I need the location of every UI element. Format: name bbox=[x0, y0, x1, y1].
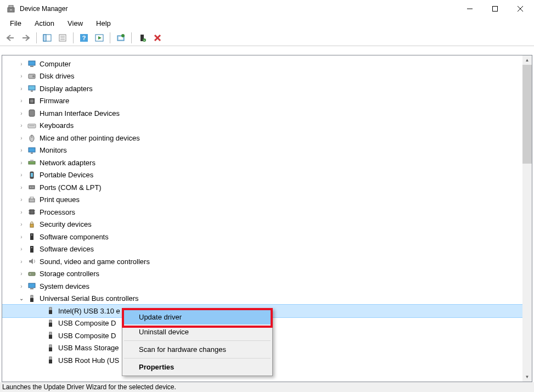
category-label: Universal Serial Bus controllers bbox=[40, 294, 139, 303]
menu-separator bbox=[124, 340, 271, 341]
svg-point-61 bbox=[30, 273, 31, 275]
svg-text:?: ? bbox=[82, 35, 86, 41]
tree-category[interactable]: ›Portable Devices bbox=[2, 169, 522, 182]
svg-rect-1 bbox=[9, 5, 13, 8]
menu-file[interactable]: File bbox=[4, 18, 27, 29]
tree-category[interactable]: ›Software components bbox=[2, 231, 522, 243]
help-button[interactable]: ? bbox=[77, 31, 91, 44]
tree-category[interactable]: ›Security devices bbox=[2, 219, 522, 231]
chevron-right-icon[interactable]: › bbox=[18, 97, 25, 105]
chevron-down-icon[interactable]: ⌄ bbox=[18, 295, 25, 303]
chevron-right-icon[interactable]: › bbox=[18, 122, 25, 130]
device-category-icon bbox=[27, 97, 36, 105]
tree-category[interactable]: ›Firmware bbox=[2, 95, 522, 108]
svg-rect-38 bbox=[29, 148, 35, 152]
tree-category[interactable]: ›Software devices bbox=[2, 243, 522, 256]
scroll-down-icon[interactable]: ▼ bbox=[522, 372, 532, 382]
chevron-right-icon[interactable]: › bbox=[18, 171, 25, 179]
tree-category[interactable]: ›System devices bbox=[2, 280, 522, 293]
svg-marker-16 bbox=[98, 36, 102, 40]
chevron-right-icon[interactable]: › bbox=[18, 134, 25, 142]
tree-category[interactable]: ›Ports (COM & LPT) bbox=[2, 181, 522, 194]
tree-category-usb[interactable]: ⌄Universal Serial Bus controllers bbox=[2, 293, 522, 305]
category-label: Software components bbox=[40, 233, 109, 241]
show-hide-tree-button[interactable] bbox=[40, 31, 54, 44]
svg-rect-60 bbox=[29, 272, 35, 276]
tree-category[interactable]: ›Human Interface Devices bbox=[2, 107, 522, 120]
category-label: Storage controllers bbox=[40, 270, 99, 278]
properties-toolbar-button[interactable] bbox=[55, 31, 70, 44]
tree-category[interactable]: ›Monitors bbox=[2, 144, 522, 157]
chevron-right-icon[interactable]: › bbox=[18, 257, 25, 265]
category-label: Mice and other pointing devices bbox=[40, 134, 140, 142]
chevron-right-icon[interactable]: › bbox=[18, 233, 25, 240]
tree-category[interactable]: ›Computer bbox=[2, 58, 522, 70]
svg-rect-62 bbox=[29, 283, 35, 288]
chevron-right-icon[interactable]: › bbox=[18, 85, 25, 92]
svg-point-45 bbox=[30, 187, 31, 188]
category-label: Disk drives bbox=[40, 72, 75, 80]
tree-category[interactable]: ›Processors bbox=[2, 206, 522, 219]
category-label: Monitors bbox=[40, 146, 67, 154]
svg-rect-43 bbox=[31, 173, 33, 177]
svg-point-2 bbox=[10, 9, 12, 10]
usb-device-icon bbox=[46, 344, 55, 352]
tree-category[interactable]: ›Mice and other pointing devices bbox=[2, 132, 522, 144]
close-button[interactable] bbox=[508, 0, 533, 18]
usb-device-icon bbox=[46, 319, 55, 328]
tree-category[interactable]: ›Network adapters bbox=[2, 156, 522, 169]
minimize-button[interactable] bbox=[457, 0, 482, 18]
menu-view[interactable]: View bbox=[62, 18, 88, 29]
context-menu-item[interactable]: Properties bbox=[123, 360, 271, 374]
action-toolbar-button[interactable] bbox=[92, 31, 106, 44]
uninstall-toolbar-button[interactable] bbox=[150, 31, 165, 44]
chevron-right-icon[interactable]: › bbox=[18, 282, 25, 290]
chevron-right-icon[interactable]: › bbox=[18, 60, 25, 68]
maximize-button[interactable] bbox=[482, 0, 508, 18]
svg-rect-8 bbox=[43, 35, 46, 41]
svg-rect-68 bbox=[49, 320, 52, 323]
chevron-right-icon[interactable]: › bbox=[18, 72, 25, 80]
chevron-right-icon[interactable]: › bbox=[18, 196, 25, 204]
svg-rect-4 bbox=[493, 7, 498, 12]
menu-help[interactable]: Help bbox=[91, 18, 116, 29]
tree-category[interactable]: ›Sound, video and game controllers bbox=[2, 255, 522, 268]
category-label: Human Interface Devices bbox=[40, 109, 120, 117]
chevron-right-icon[interactable]: › bbox=[18, 147, 25, 154]
scroll-thumb[interactable] bbox=[522, 65, 532, 164]
chevron-right-icon[interactable]: › bbox=[18, 270, 25, 278]
svg-rect-25 bbox=[29, 61, 35, 65]
scroll-up-icon[interactable]: ▲ bbox=[522, 55, 532, 65]
chevron-right-icon[interactable]: › bbox=[18, 245, 25, 253]
forward-button[interactable] bbox=[19, 31, 33, 44]
toolbar: ? + bbox=[0, 30, 534, 46]
tree-category[interactable]: ›Display adapters bbox=[2, 82, 522, 95]
device-label: USB Mass Storage bbox=[58, 344, 119, 352]
update-driver-toolbar-button[interactable] bbox=[114, 31, 128, 44]
tree-category[interactable]: ›Disk drives bbox=[2, 70, 522, 83]
context-menu-item[interactable]: Update driver bbox=[123, 310, 271, 324]
svg-rect-70 bbox=[49, 332, 52, 335]
category-label: Display adapters bbox=[40, 85, 93, 93]
vertical-scrollbar[interactable]: ▲ ▼ bbox=[522, 55, 532, 382]
menubar: File Action View Help bbox=[0, 18, 534, 30]
context-menu-item[interactable]: Uninstall device bbox=[123, 324, 271, 339]
category-label: Security devices bbox=[40, 220, 92, 228]
back-button[interactable] bbox=[3, 31, 18, 44]
chevron-right-icon[interactable]: › bbox=[18, 159, 25, 166]
chevron-right-icon[interactable]: › bbox=[18, 221, 25, 228]
svg-rect-74 bbox=[49, 357, 52, 360]
category-label: Network adapters bbox=[40, 159, 95, 167]
tree-category[interactable]: ›Print queues bbox=[2, 194, 522, 206]
svg-point-58 bbox=[31, 247, 32, 248]
chevron-right-icon[interactable]: › bbox=[18, 208, 25, 216]
scan-hardware-toolbar-button[interactable]: + bbox=[135, 31, 149, 44]
chevron-right-icon[interactable]: › bbox=[18, 183, 25, 191]
menu-action[interactable]: Action bbox=[29, 18, 60, 29]
svg-rect-26 bbox=[30, 66, 33, 67]
chevron-right-icon[interactable]: › bbox=[18, 109, 25, 117]
device-category-icon bbox=[27, 232, 36, 241]
context-menu-item[interactable]: Scan for hardware changes bbox=[123, 342, 271, 357]
tree-category[interactable]: ›Keyboards bbox=[2, 120, 522, 132]
tree-category[interactable]: ›Storage controllers bbox=[2, 268, 522, 281]
